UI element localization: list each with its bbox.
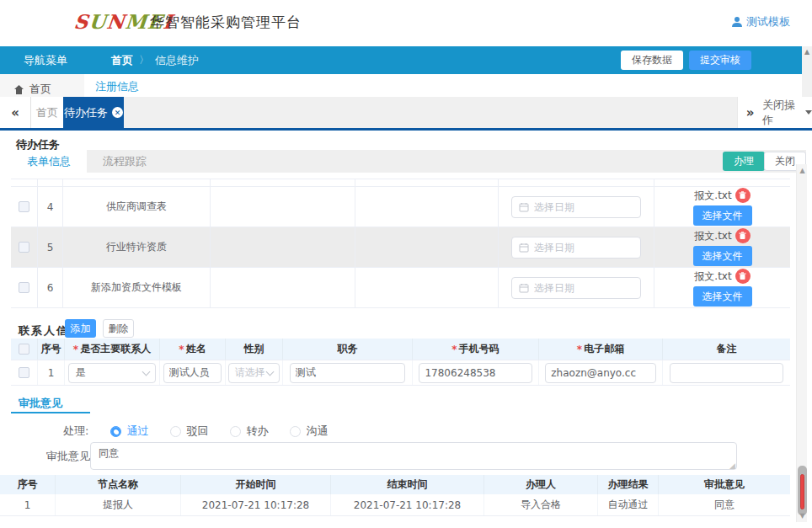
note-input[interactable] bbox=[670, 363, 784, 383]
radio-dot bbox=[170, 426, 181, 437]
row-seq: 5 bbox=[38, 227, 63, 267]
window-scrollbar[interactable]: ▲ bbox=[802, 46, 812, 97]
process-radio-group: 处理: 通过 驳回 转办 沟通 bbox=[63, 424, 328, 439]
process-row: 1 提报人 2021-07-21 10:17:28 2021-07-21 10:… bbox=[0, 494, 790, 516]
cell-node-name: 提报人 bbox=[56, 494, 181, 515]
submit-review-button[interactable]: 提交审核 bbox=[689, 51, 751, 70]
scroll-up-arrow-icon[interactable]: ▲ bbox=[802, 48, 812, 56]
date-input[interactable] bbox=[534, 201, 633, 213]
tab-bar: « 首页 待办任务 » 关闭操作 bbox=[0, 97, 812, 128]
radio-pass[interactable]: 通过 bbox=[110, 424, 148, 439]
col-start-time: 开始时间 bbox=[181, 475, 331, 494]
radio-communicate[interactable]: 沟通 bbox=[290, 424, 328, 439]
scroll-up-arrow-icon[interactable]: ▲ bbox=[797, 167, 808, 174]
duty-input[interactable] bbox=[290, 363, 406, 383]
table-row: 6 新添加资质文件模板 报文.txt bbox=[11, 268, 790, 308]
opinion-textarea[interactable]: 同意 bbox=[91, 443, 736, 469]
date-input[interactable] bbox=[534, 282, 633, 294]
choose-file-button[interactable]: 选择文件 bbox=[693, 286, 752, 307]
logo-letter: U bbox=[88, 10, 108, 33]
qualification-name: 供应商调查表 bbox=[63, 187, 211, 227]
tab-home[interactable]: 首页 bbox=[31, 97, 63, 128]
handle-button[interactable]: 办理 bbox=[723, 152, 765, 171]
radio-dot bbox=[110, 426, 121, 437]
tab-todo-tasks[interactable]: 待办任务 bbox=[63, 97, 124, 128]
tabs-scroll-left-button[interactable]: « bbox=[0, 97, 31, 128]
col-gender: 性别 bbox=[226, 339, 283, 360]
nav-menu-toggle[interactable]: 导航菜单 bbox=[24, 53, 67, 68]
email-input[interactable] bbox=[545, 363, 655, 383]
contact-name-input[interactable] bbox=[163, 363, 222, 383]
tab-flow-trace[interactable]: 流程跟踪 bbox=[87, 150, 163, 173]
contact-row: 1 是 请选择 bbox=[11, 360, 790, 385]
top-header: SUNMEI 华智智能采购管理平台 测试模板 bbox=[0, 0, 812, 46]
logo-letter: N bbox=[105, 10, 126, 33]
add-contact-button[interactable]: 添加 bbox=[65, 319, 96, 338]
calendar-icon bbox=[519, 202, 529, 212]
cell-seq: 1 bbox=[0, 494, 56, 515]
expiry-date-picker[interactable] bbox=[511, 196, 641, 218]
tabs-scroll-right-button[interactable]: » bbox=[737, 97, 762, 128]
choose-file-button[interactable]: 选择文件 bbox=[693, 205, 752, 226]
close-operations-dropdown[interactable]: 关闭操作 bbox=[762, 97, 812, 128]
user-menu[interactable]: 测试模板 bbox=[731, 14, 790, 29]
main-contact-select[interactable]: 是 bbox=[68, 363, 155, 383]
row-seq: 1 bbox=[38, 360, 65, 385]
contacts-header-row: 序号 *是否主要联系人 *姓名 性别 职务 *手机号码 *电子邮箱 备注 bbox=[11, 339, 790, 360]
header-checkbox[interactable] bbox=[19, 344, 29, 355]
breadcrumb: 首页 〉 信息维护 bbox=[111, 53, 199, 68]
process-header-row: 序号 节点名称 开始时间 结束时间 办理人 办理结果 审批意见 bbox=[0, 475, 790, 494]
delete-file-button[interactable] bbox=[735, 188, 751, 203]
row-seq: 4 bbox=[38, 187, 63, 227]
file-link[interactable]: 报文.txt bbox=[694, 229, 731, 243]
file-link[interactable]: 报文.txt bbox=[694, 269, 731, 284]
process-history-table: 序号 节点名称 开始时间 结束时间 办理人 办理结果 审批意见 1 提报人 20… bbox=[0, 475, 790, 516]
user-name: 测试模板 bbox=[746, 14, 790, 29]
resize-handle[interactable]: ◢ bbox=[729, 462, 735, 469]
breadcrumb-separator: 〉 bbox=[139, 53, 149, 67]
cell-opinion: 同意 bbox=[659, 494, 790, 515]
tab-form-info[interactable]: 表单信息 bbox=[11, 150, 87, 173]
breadcrumb-home[interactable]: 首页 bbox=[111, 53, 133, 68]
row-checkbox[interactable] bbox=[19, 367, 29, 378]
contacts-table: 序号 *是否主要联系人 *姓名 性别 职务 *手机号码 *电子邮箱 备注 1 是 bbox=[11, 339, 790, 386]
logo-letter: M bbox=[124, 10, 148, 33]
row-checkbox[interactable] bbox=[19, 242, 29, 253]
radio-dot bbox=[290, 426, 301, 437]
app-window: SUNMEI 华智智能采购管理平台 测试模板 导航菜单 首页 〉 信息维护 保存… bbox=[0, 0, 812, 528]
contacts-toolbar: 联系人信息 添加 删除 bbox=[0, 319, 812, 339]
tab-close-icon[interactable] bbox=[112, 107, 123, 118]
phone-input[interactable] bbox=[419, 363, 532, 383]
qualification-name: 行业特许资质 bbox=[63, 227, 211, 267]
date-input[interactable] bbox=[534, 242, 633, 253]
expiry-date-picker[interactable] bbox=[511, 237, 641, 259]
radio-reject[interactable]: 驳回 bbox=[170, 424, 208, 439]
col-end-time: 结束时间 bbox=[331, 475, 484, 494]
qualification-name: 新添加资质文件模板 bbox=[63, 268, 211, 307]
delete-file-button[interactable] bbox=[735, 269, 751, 284]
row-checkbox[interactable] bbox=[19, 282, 29, 293]
breadcrumb-current: 信息维护 bbox=[155, 53, 199, 68]
trash-icon bbox=[739, 272, 746, 280]
cell-end-time: 2021-07-21 10:17:28 bbox=[331, 494, 484, 515]
radio-transfer[interactable]: 转办 bbox=[230, 424, 268, 439]
col-seq: 序号 bbox=[38, 339, 65, 360]
sidebar-item-home[interactable]: 首页 bbox=[14, 82, 51, 97]
register-info-link[interactable]: 注册信息 bbox=[95, 79, 139, 94]
delete-file-button[interactable] bbox=[735, 228, 751, 243]
inner-scrollbar[interactable]: ▲ ▼ bbox=[796, 164, 807, 522]
cell-result: 自动通过 bbox=[598, 494, 659, 515]
expiry-date-picker[interactable] bbox=[511, 277, 641, 299]
col-email: 电子邮箱 bbox=[584, 342, 624, 356]
scrollbar-thumb[interactable] bbox=[798, 466, 807, 515]
scroll-down-arrow-icon[interactable]: ▼ bbox=[797, 512, 808, 520]
save-data-button[interactable]: 保存数据 bbox=[621, 51, 683, 70]
file-link[interactable]: 报文.txt bbox=[694, 189, 731, 203]
row-checkbox[interactable] bbox=[19, 201, 29, 212]
tab-todo-label: 待办任务 bbox=[64, 105, 108, 120]
home-icon bbox=[14, 85, 24, 94]
delete-contact-button[interactable]: 删除 bbox=[103, 319, 134, 338]
col-seq: 序号 bbox=[0, 475, 56, 494]
gender-select[interactable]: 请选择 bbox=[228, 363, 280, 383]
choose-file-button[interactable]: 选择文件 bbox=[693, 246, 752, 266]
